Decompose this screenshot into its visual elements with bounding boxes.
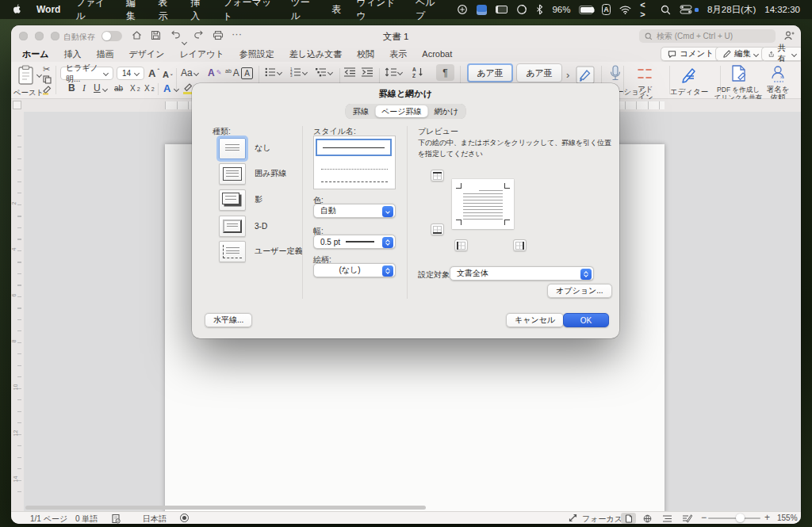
add-ins-icon[interactable] [638,67,652,81]
numbered-list-icon[interactable]: 123 [290,67,307,77]
line-style-list[interactable] [313,136,396,189]
sort-icon[interactable]: AZ [412,67,424,78]
comments-button[interactable]: コメント [661,47,721,61]
tab-selector[interactable] [13,101,21,109]
ok-button[interactable]: OK [563,313,609,327]
line-style-dotted[interactable] [321,169,388,170]
top-border-button[interactable] [431,170,444,181]
menu-help[interactable]: ヘルプ [416,0,442,23]
redo-icon[interactable] [193,30,205,40]
status-dock-icon[interactable] [477,5,487,15]
tab-shading[interactable]: 網かけ [428,105,465,117]
left-border-button[interactable] [454,239,468,251]
underline-icon[interactable]: U [94,83,101,93]
art-popup[interactable]: (なし) [313,263,396,277]
shrink-font-icon[interactable]: Aˇ [163,70,172,79]
battery-icon[interactable] [579,6,593,14]
input-source-icon[interactable]: A [602,4,611,15]
width-popup[interactable]: 0.5 pt [313,235,396,249]
menu-tools[interactable]: ツール [290,0,316,23]
type-option-box[interactable]: 囲み罫線 [219,162,286,185]
cancel-button[interactable]: キャンセル [506,313,564,327]
menu-edit[interactable]: 編集 [126,0,144,23]
language-status[interactable]: 日本語 [143,514,167,524]
strikethrough-icon[interactable]: ab [114,85,123,93]
expand-icon[interactable] [569,514,577,522]
styles-more-icon[interactable]: › [566,70,569,80]
save-icon[interactable] [151,30,161,40]
focus-mode-label[interactable]: フォーカス [582,514,622,524]
minimize-button[interactable] [35,32,44,40]
style-no-spacing[interactable]: あア亜 [516,63,562,82]
menu-view[interactable]: 表示 [159,0,176,23]
tab-home[interactable]: ホーム [22,48,49,60]
multilevel-list-icon[interactable] [316,67,332,77]
wifi-icon[interactable] [619,6,631,14]
request-signature-icon[interactable]: x [771,65,787,84]
outline-view-button[interactable] [660,513,675,524]
create-pdf-icon[interactable] [731,65,747,84]
horizontal-scrollbar[interactable] [25,506,426,510]
close-button[interactable] [19,32,28,40]
tab-design[interactable]: デザイン [129,48,165,60]
ruby-icon[interactable]: abA [225,68,239,78]
editing-mode-button[interactable]: 編集 [715,47,765,61]
zoom-slider-track[interactable] [708,517,760,519]
tab-mailings[interactable]: 差し込み文書 [289,48,343,60]
tab-page-border[interactable]: ページ罫線 [375,105,427,117]
styles-pane-icon[interactable] [576,66,595,84]
grow-font-icon[interactable]: Aˆ [148,68,159,78]
zoom-out-button[interactable]: − [701,512,707,523]
line-spacing-icon[interactable] [385,67,402,77]
angle-brackets-icon[interactable]: < > [640,0,652,19]
color-popup[interactable]: 自動 [313,204,396,218]
control-center-icon[interactable] [680,5,699,14]
vertical-ruler[interactable]: 2 4 6 8 10 12 14 [11,112,24,511]
type-option-shadow[interactable]: 影 [219,189,262,211]
status-display-icon[interactable] [496,6,508,13]
options-button[interactable]: オプション... [547,284,612,298]
menu-table[interactable]: 表 [332,3,342,17]
menubar-date[interactable]: 8月28日(木) [707,4,756,16]
undo-icon[interactable] [170,30,181,40]
tab-view[interactable]: 表示 [389,48,407,60]
zoom-level[interactable]: 155% [777,514,798,522]
menu-format[interactable]: フォーマット [223,0,275,23]
tab-draw[interactable]: 描画 [97,48,114,60]
more-toolbar-icon[interactable]: ··· [232,28,242,40]
tab-insert[interactable]: 挿入 [64,48,82,60]
zoom-slider-knob[interactable] [736,514,745,522]
menu-file[interactable]: ファイル [75,0,110,23]
macro-record-icon[interactable] [180,514,189,522]
menu-window[interactable]: ウィンドウ [357,0,401,23]
account-icon[interactable] [783,30,795,41]
tab-references[interactable]: 参照設定 [239,48,274,60]
dictation-icon[interactable] [609,65,622,84]
line-style-solid[interactable] [316,139,392,156]
zoom-in-button[interactable]: + [764,512,770,523]
increase-indent-icon[interactable] [362,67,373,77]
home-icon[interactable] [132,30,142,40]
bottom-border-button[interactable] [431,223,444,235]
proofing-icon[interactable] [111,514,121,524]
type-option-3d[interactable]: 3-D [219,215,267,237]
cut-icon[interactable]: ✂ [43,65,50,74]
page-count[interactable]: 1/1 ページ [30,514,67,524]
menubar-app-name[interactable]: Word [36,4,60,15]
print-icon[interactable] [213,30,224,40]
enclose-character-icon[interactable]: A [241,67,253,79]
text-effects-dropdown-icon[interactable] [174,87,178,91]
character-effect-icon[interactable]: A✎ [208,68,221,78]
copy-icon[interactable] [43,75,52,84]
paste-dropdown-icon[interactable] [37,73,41,77]
change-case-icon[interactable]: Aa [181,68,198,78]
border-preview-diagram[interactable] [452,179,514,229]
tab-review[interactable]: 校閲 [357,48,374,60]
type-option-custom[interactable]: ユーザー定義 [219,240,302,262]
horizontal-line-button[interactable]: 水平線... [205,313,252,327]
formatting-marks-toggle[interactable]: ¶ [436,64,454,81]
word-count[interactable]: 0 単語 [75,514,98,524]
superscript-icon[interactable]: X2 [144,85,155,93]
font-name-select[interactable]: ヒラギノ明... [60,67,113,80]
text-effects-icon[interactable]: A [163,83,170,94]
